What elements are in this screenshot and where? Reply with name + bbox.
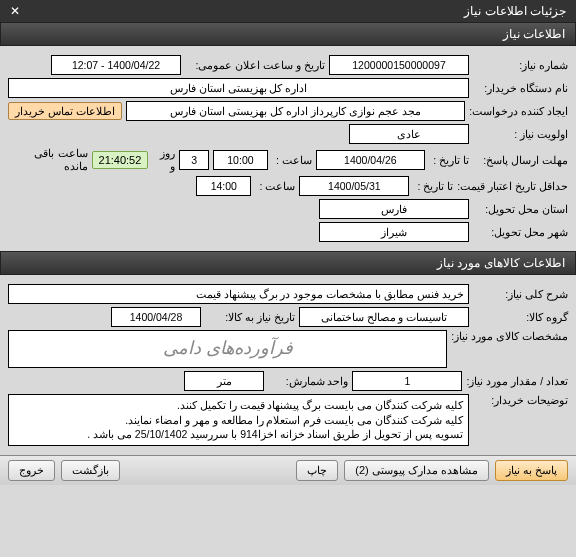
qty-field: 1 xyxy=(352,371,462,391)
province-field: فارس xyxy=(319,199,469,219)
validity-label: حداقل تاریخ اعتبار قیمت: xyxy=(457,180,568,192)
priority-label: اولویت نیاز : xyxy=(473,128,568,140)
close-icon[interactable]: ✕ xyxy=(10,4,20,18)
need-number-field: 1200000150000097 xyxy=(329,55,469,75)
need-date-field: 1400/04/28 xyxy=(111,307,201,327)
spec-image-placeholder: فرآورده‌های دامی xyxy=(8,330,447,368)
section-need-header: اطلاعات نیاز xyxy=(0,22,576,46)
deadline-label: مهلت ارسال پاسخ: xyxy=(473,154,568,166)
contact-badge[interactable]: اطلاعات تماس خریدار xyxy=(8,102,122,120)
goods-panel: شرح کلی نیاز: خرید فنس مطابق با مشخصات م… xyxy=(0,275,576,455)
requester-label: ایجاد کننده درخواست: xyxy=(469,105,568,117)
titlebar: جزئیات اطلاعات نیاز ✕ xyxy=(0,0,576,22)
announce-field: 1400/04/22 - 12:07 xyxy=(51,55,181,75)
group-label: گروه کالا: xyxy=(473,311,568,323)
respond-button[interactable]: پاسخ به نیاز xyxy=(495,460,568,481)
spec-label: مشخصات کالای مورد نیاز: xyxy=(451,330,568,342)
qty-label: تعداد / مقدار مورد نیاز: xyxy=(466,375,568,387)
footer-toolbar: پاسخ به نیاز مشاهده مدارک پیوستی (2) چاپ… xyxy=(0,455,576,485)
validity-time-field: 14:00 xyxy=(196,176,251,196)
notes-label: توضیحات خریدار: xyxy=(473,394,568,406)
city-field: شیراز xyxy=(319,222,469,242)
desc-label: شرح کلی نیاز: xyxy=(473,288,568,300)
need-number-label: شماره نیاز: xyxy=(473,59,568,71)
window-title: جزئیات اطلاعات نیاز xyxy=(464,4,566,18)
need-panel: شماره نیاز: 1200000150000097 تاریخ و ساع… xyxy=(0,46,576,251)
announce-label: تاریخ و ساعت اعلان عمومی: xyxy=(185,59,325,71)
city-label: شهر محل تحویل: xyxy=(473,226,568,238)
group-field: تاسیسات و مصالح ساختمانی xyxy=(299,307,469,327)
requester-field: مجد عجم نوازی کارپرداز اداره کل بهزیستی … xyxy=(126,101,465,121)
section-goods-header: اطلاعات کالاهای مورد نیاز xyxy=(0,251,576,275)
deadline-date-field: 1400/04/26 xyxy=(316,150,425,170)
to-date-label-2: تا تاریخ : xyxy=(413,180,453,192)
time-label-2: ساعت : xyxy=(255,180,295,192)
time-label-1: ساعت : xyxy=(272,154,312,166)
need-date-label: تاریخ نیاز به کالا: xyxy=(205,311,295,323)
validity-date-field: 1400/05/31 xyxy=(299,176,409,196)
priority-field: عادی xyxy=(349,124,469,144)
attachments-button[interactable]: مشاهده مدارک پیوستی (2) xyxy=(344,460,489,481)
province-label: استان محل تحویل: xyxy=(473,203,568,215)
countdown-label: ساعت باقی مانده xyxy=(8,147,88,173)
countdown-badge: 21:40:52 xyxy=(92,151,149,169)
desc-field: خرید فنس مطابق با مشخصات موجود در برگ پی… xyxy=(8,284,469,304)
back-button[interactable]: بازگشت xyxy=(61,460,120,481)
buyer-label: نام دستگاه خریدار: xyxy=(473,82,568,94)
days-field: 3 xyxy=(179,150,209,170)
days-label: روز و xyxy=(152,147,175,173)
to-date-label: تا تاریخ : xyxy=(429,154,469,166)
exit-button[interactable]: خروج xyxy=(8,460,55,481)
print-button[interactable]: چاپ xyxy=(296,460,338,481)
unit-field: متر xyxy=(184,371,264,391)
notes-field: کلیه شرکت کنندگان می بایست برگ پیشنهاد ق… xyxy=(8,394,469,446)
unit-label: واحد شمارش: xyxy=(268,375,348,387)
deadline-time-field: 10:00 xyxy=(213,150,268,170)
buyer-field: اداره کل بهزیستی استان فارس xyxy=(8,78,469,98)
